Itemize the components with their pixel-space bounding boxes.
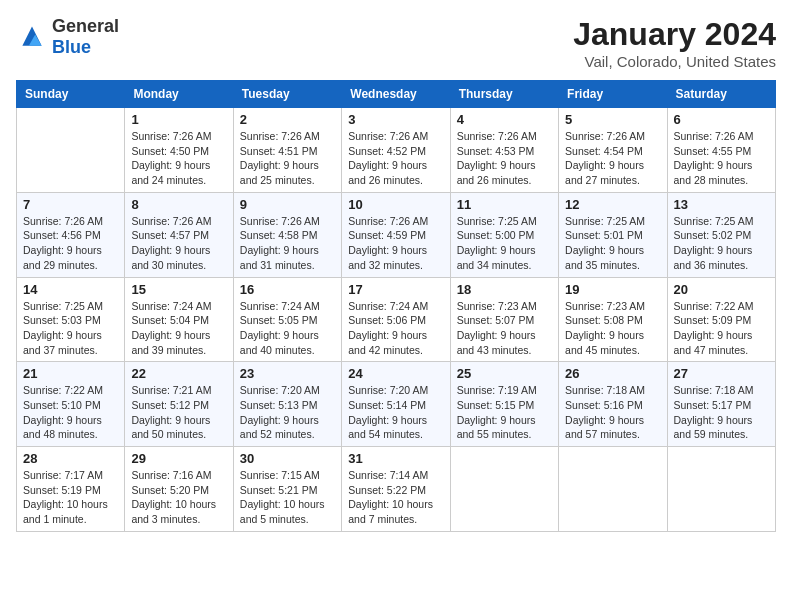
- day-number: 28: [23, 451, 118, 466]
- day-number: 10: [348, 197, 443, 212]
- calendar-cell: 14Sunrise: 7:25 AMSunset: 5:03 PMDayligh…: [17, 277, 125, 362]
- logo-blue: Blue: [52, 37, 91, 57]
- day-header-monday: Monday: [125, 81, 233, 108]
- day-number: 9: [240, 197, 335, 212]
- day-number: 22: [131, 366, 226, 381]
- calendar-location: Vail, Colorado, United States: [573, 53, 776, 70]
- calendar-cell: [559, 447, 667, 532]
- day-info: Sunrise: 7:24 AMSunset: 5:04 PMDaylight:…: [131, 299, 226, 358]
- day-number: 15: [131, 282, 226, 297]
- calendar-cell: 9Sunrise: 7:26 AMSunset: 4:58 PMDaylight…: [233, 192, 341, 277]
- calendar-cell: 31Sunrise: 7:14 AMSunset: 5:22 PMDayligh…: [342, 447, 450, 532]
- day-number: 31: [348, 451, 443, 466]
- calendar-cell: 3Sunrise: 7:26 AMSunset: 4:52 PMDaylight…: [342, 108, 450, 193]
- day-info: Sunrise: 7:24 AMSunset: 5:06 PMDaylight:…: [348, 299, 443, 358]
- logo-general: General: [52, 16, 119, 36]
- day-info: Sunrise: 7:23 AMSunset: 5:07 PMDaylight:…: [457, 299, 552, 358]
- day-header-wednesday: Wednesday: [342, 81, 450, 108]
- day-info: Sunrise: 7:17 AMSunset: 5:19 PMDaylight:…: [23, 468, 118, 527]
- day-number: 17: [348, 282, 443, 297]
- day-info: Sunrise: 7:25 AMSunset: 5:00 PMDaylight:…: [457, 214, 552, 273]
- calendar-cell: [450, 447, 558, 532]
- calendar-cell: 21Sunrise: 7:22 AMSunset: 5:10 PMDayligh…: [17, 362, 125, 447]
- day-info: Sunrise: 7:26 AMSunset: 4:57 PMDaylight:…: [131, 214, 226, 273]
- calendar-cell: 7Sunrise: 7:26 AMSunset: 4:56 PMDaylight…: [17, 192, 125, 277]
- calendar-cell: 12Sunrise: 7:25 AMSunset: 5:01 PMDayligh…: [559, 192, 667, 277]
- day-number: 20: [674, 282, 769, 297]
- calendar-cell: 17Sunrise: 7:24 AMSunset: 5:06 PMDayligh…: [342, 277, 450, 362]
- day-info: Sunrise: 7:21 AMSunset: 5:12 PMDaylight:…: [131, 383, 226, 442]
- day-info: Sunrise: 7:26 AMSunset: 4:54 PMDaylight:…: [565, 129, 660, 188]
- day-info: Sunrise: 7:16 AMSunset: 5:20 PMDaylight:…: [131, 468, 226, 527]
- day-info: Sunrise: 7:26 AMSunset: 4:50 PMDaylight:…: [131, 129, 226, 188]
- day-info: Sunrise: 7:26 AMSunset: 4:55 PMDaylight:…: [674, 129, 769, 188]
- calendar-cell: [17, 108, 125, 193]
- calendar-title: January 2024: [573, 16, 776, 53]
- day-number: 4: [457, 112, 552, 127]
- calendar-week-row: 1Sunrise: 7:26 AMSunset: 4:50 PMDaylight…: [17, 108, 776, 193]
- day-info: Sunrise: 7:22 AMSunset: 5:10 PMDaylight:…: [23, 383, 118, 442]
- day-info: Sunrise: 7:26 AMSunset: 4:52 PMDaylight:…: [348, 129, 443, 188]
- day-info: Sunrise: 7:18 AMSunset: 5:16 PMDaylight:…: [565, 383, 660, 442]
- calendar-cell: 16Sunrise: 7:24 AMSunset: 5:05 PMDayligh…: [233, 277, 341, 362]
- day-number: 11: [457, 197, 552, 212]
- day-info: Sunrise: 7:20 AMSunset: 5:14 PMDaylight:…: [348, 383, 443, 442]
- day-number: 2: [240, 112, 335, 127]
- day-number: 8: [131, 197, 226, 212]
- calendar-cell: 24Sunrise: 7:20 AMSunset: 5:14 PMDayligh…: [342, 362, 450, 447]
- calendar-cell: 18Sunrise: 7:23 AMSunset: 5:07 PMDayligh…: [450, 277, 558, 362]
- day-number: 25: [457, 366, 552, 381]
- day-number: 21: [23, 366, 118, 381]
- day-info: Sunrise: 7:25 AMSunset: 5:02 PMDaylight:…: [674, 214, 769, 273]
- calendar-cell: 28Sunrise: 7:17 AMSunset: 5:19 PMDayligh…: [17, 447, 125, 532]
- calendar-cell: 2Sunrise: 7:26 AMSunset: 4:51 PMDaylight…: [233, 108, 341, 193]
- day-info: Sunrise: 7:26 AMSunset: 4:51 PMDaylight:…: [240, 129, 335, 188]
- calendar-cell: 30Sunrise: 7:15 AMSunset: 5:21 PMDayligh…: [233, 447, 341, 532]
- calendar-cell: 6Sunrise: 7:26 AMSunset: 4:55 PMDaylight…: [667, 108, 775, 193]
- day-number: 19: [565, 282, 660, 297]
- day-info: Sunrise: 7:24 AMSunset: 5:05 PMDaylight:…: [240, 299, 335, 358]
- day-number: 24: [348, 366, 443, 381]
- page-header: General Blue January 2024 Vail, Colorado…: [16, 16, 776, 70]
- day-info: Sunrise: 7:26 AMSunset: 4:59 PMDaylight:…: [348, 214, 443, 273]
- day-info: Sunrise: 7:15 AMSunset: 5:21 PMDaylight:…: [240, 468, 335, 527]
- day-header-tuesday: Tuesday: [233, 81, 341, 108]
- calendar-cell: 10Sunrise: 7:26 AMSunset: 4:59 PMDayligh…: [342, 192, 450, 277]
- day-number: 16: [240, 282, 335, 297]
- calendar-cell: 19Sunrise: 7:23 AMSunset: 5:08 PMDayligh…: [559, 277, 667, 362]
- day-info: Sunrise: 7:25 AMSunset: 5:03 PMDaylight:…: [23, 299, 118, 358]
- calendar-week-row: 21Sunrise: 7:22 AMSunset: 5:10 PMDayligh…: [17, 362, 776, 447]
- day-info: Sunrise: 7:18 AMSunset: 5:17 PMDaylight:…: [674, 383, 769, 442]
- day-info: Sunrise: 7:26 AMSunset: 4:53 PMDaylight:…: [457, 129, 552, 188]
- day-number: 7: [23, 197, 118, 212]
- title-block: January 2024 Vail, Colorado, United Stat…: [573, 16, 776, 70]
- day-number: 30: [240, 451, 335, 466]
- calendar-cell: 4Sunrise: 7:26 AMSunset: 4:53 PMDaylight…: [450, 108, 558, 193]
- calendar-cell: 1Sunrise: 7:26 AMSunset: 4:50 PMDaylight…: [125, 108, 233, 193]
- calendar-cell: 26Sunrise: 7:18 AMSunset: 5:16 PMDayligh…: [559, 362, 667, 447]
- day-number: 3: [348, 112, 443, 127]
- calendar-cell: [667, 447, 775, 532]
- day-info: Sunrise: 7:26 AMSunset: 4:58 PMDaylight:…: [240, 214, 335, 273]
- calendar-week-row: 7Sunrise: 7:26 AMSunset: 4:56 PMDaylight…: [17, 192, 776, 277]
- calendar-cell: 22Sunrise: 7:21 AMSunset: 5:12 PMDayligh…: [125, 362, 233, 447]
- day-info: Sunrise: 7:20 AMSunset: 5:13 PMDaylight:…: [240, 383, 335, 442]
- day-info: Sunrise: 7:26 AMSunset: 4:56 PMDaylight:…: [23, 214, 118, 273]
- day-number: 23: [240, 366, 335, 381]
- day-header-thursday: Thursday: [450, 81, 558, 108]
- day-header-sunday: Sunday: [17, 81, 125, 108]
- day-number: 18: [457, 282, 552, 297]
- day-number: 26: [565, 366, 660, 381]
- day-info: Sunrise: 7:19 AMSunset: 5:15 PMDaylight:…: [457, 383, 552, 442]
- day-number: 5: [565, 112, 660, 127]
- day-number: 12: [565, 197, 660, 212]
- logo-text: General Blue: [52, 16, 119, 58]
- day-info: Sunrise: 7:22 AMSunset: 5:09 PMDaylight:…: [674, 299, 769, 358]
- day-header-friday: Friday: [559, 81, 667, 108]
- logo-icon: [16, 23, 48, 51]
- calendar-table: SundayMondayTuesdayWednesdayThursdayFrid…: [16, 80, 776, 532]
- calendar-week-row: 28Sunrise: 7:17 AMSunset: 5:19 PMDayligh…: [17, 447, 776, 532]
- day-number: 29: [131, 451, 226, 466]
- calendar-header-row: SundayMondayTuesdayWednesdayThursdayFrid…: [17, 81, 776, 108]
- calendar-cell: 8Sunrise: 7:26 AMSunset: 4:57 PMDaylight…: [125, 192, 233, 277]
